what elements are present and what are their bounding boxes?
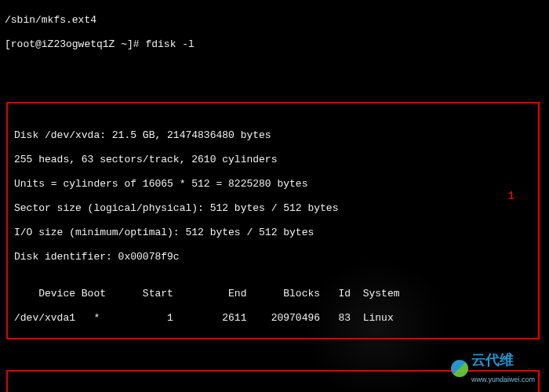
blank-line: [5, 63, 544, 75]
top-line-1: [root@iZ23ogwetq1Z ~]# fdisk -l: [5, 38, 544, 51]
disk-block-1: 1 Disk /dev/xvda: 21.5 GB, 21474836480 b…: [6, 102, 540, 339]
line: I/O size (minimum/optimal): 512 bytes / …: [14, 227, 536, 239]
line: Disk /dev/xvda: 21.5 GB, 21474836480 byt…: [14, 129, 536, 142]
box-number-1: 1: [508, 191, 514, 204]
top-line-0: /sbin/mkfs.ext4: [5, 14, 544, 27]
line: Units = cylinders of 16065 * 512 = 82252…: [14, 178, 536, 191]
line: Sector size (logical/physical): 512 byte…: [14, 202, 536, 215]
line: Disk identifier: 0x00078f9c: [14, 251, 536, 263]
disk-block-2: 2 Disk /dev/xvdb: 53.7 GB, 53687091200 b…: [6, 370, 540, 393]
line: 255 heads, 63 sectors/track, 2610 cylind…: [14, 154, 536, 166]
terminal-output: /sbin/mkfs.ext4 [root@iZ23ogwetq1Z ~]# f…: [0, 0, 549, 392]
partition-row: /dev/xvda1 * 1 2611 20970496 83 Linux: [14, 312, 536, 325]
partition-header: Device Boot Start End Blocks Id System: [14, 288, 536, 300]
